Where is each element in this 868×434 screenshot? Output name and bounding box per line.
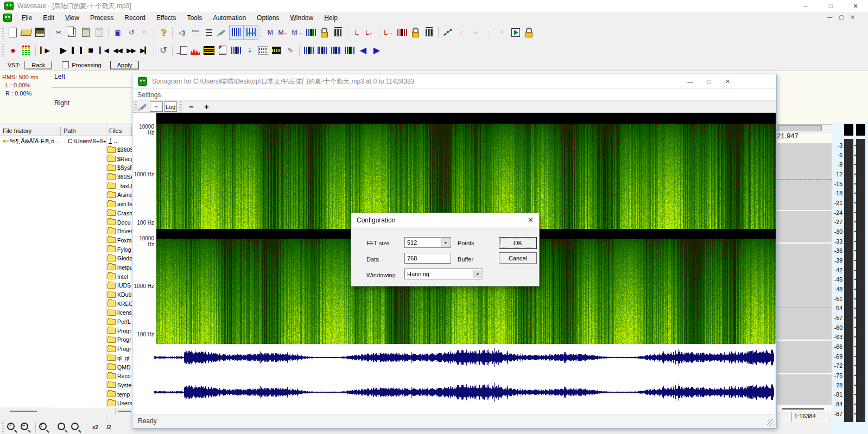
fade-in-button[interactable]: ◀ [356,43,370,57]
envelope-play-button[interactable] [509,25,522,39]
undo-button[interactable]: ↺ [124,25,138,39]
folder-item[interactable]: axnTe [106,200,132,209]
rewind-button[interactable]: ◀◀ [111,43,124,57]
cancel-button[interactable]: Cancel [499,252,537,264]
close-button[interactable]: ✕ [843,0,868,12]
envelope-lock-button[interactable] [522,25,536,39]
zoom-selection-button[interactable]: : [38,421,52,434]
open-file-button[interactable] [20,25,33,39]
menu-item[interactable]: Help [319,13,343,23]
forward-button[interactable]: ▶▶ [124,43,138,57]
vst-rack-button[interactable]: Rack [24,61,52,69]
play-from-cursor-button[interactable]: ▎▶ [38,43,52,57]
ok-button[interactable]: OK [499,237,537,249]
log-scale-button[interactable]: Log [164,101,177,112]
folder-item[interactable]: $Recy [106,154,132,163]
apply-button[interactable]: Apply [110,61,140,69]
fft-size-select[interactable]: 512 ▼ [404,237,451,248]
windowing-select[interactable]: Hanning ▼ [404,269,483,279]
up-directory-item[interactable]: ↑ .. [106,136,132,145]
resize-grip[interactable] [767,419,774,426]
folder-item[interactable]: $360S [106,145,132,155]
folder-item[interactable]: Reco [106,372,132,381]
dialog-title-bar[interactable]: Configuration [351,213,539,227]
play-button[interactable]: ▶ [56,43,70,57]
folder-item[interactable]: 360SA [106,173,132,182]
loop-point-button[interactable]: L [350,25,363,39]
sonogram-close-button[interactable]: ✕ [725,78,730,85]
menu-item[interactable]: Tools [181,13,207,23]
fade-out-button[interactable]: ▶ [370,43,383,57]
folder-item[interactable]: licens [106,308,132,317]
folder-item[interactable]: Driver [106,227,132,236]
loop-playback-button[interactable]: ↺ [156,43,170,57]
cut-button[interactable]: ✂ [52,25,65,39]
envelope-scale-button[interactable]: ↕ [481,25,495,39]
file-history-row[interactable]: ◄» ºó¶¸ÃŵÄÏÄ-Ê®¸ö... C:\Users\ß÷ß÷ [0,136,106,145]
redo-button[interactable]: ↻ [138,25,151,39]
menu-item[interactable]: Edit [37,13,60,23]
envelope-line-button[interactable]: ↠ [468,25,481,39]
loop-next-button[interactable]: L→ [382,25,395,39]
data-input[interactable]: 768 [404,253,451,264]
folder-item[interactable]: QMD [106,362,132,372]
folder-item[interactable]: Intel [106,272,132,281]
zoom-half-button[interactable]: /2 [102,421,116,434]
file-history-header[interactable]: File history [0,126,61,136]
folder-item[interactable]: Users [106,399,132,408]
midi-config-button[interactable] [188,25,202,39]
settings-menu[interactable]: Settings [137,91,161,99]
envelope-button[interactable] [441,25,454,39]
sonogram-title-bar[interactable]: Sonogram for C:\Users\喵喵\Desktop\日常文件\后陆… [132,74,776,89]
silence-selection-button[interactable] [302,43,315,57]
folder-item[interactable]: Foxma [106,236,132,245]
sonogram-wrench-button[interactable] [139,102,149,111]
goto-end-button[interactable]: ▶▎ [138,43,151,57]
zoom-out-button[interactable]: − [20,421,33,434]
save-button[interactable] [33,25,47,39]
statistics-button[interactable] [256,43,270,57]
zoom-vertical-button[interactable] [70,421,84,434]
waveform-overview-left[interactable] [154,348,774,367]
chevron-down-icon[interactable]: ▼ [473,270,482,278]
synthesis-button[interactable] [270,43,283,57]
resample-button[interactable] [229,43,243,57]
menu-item[interactable]: View [60,13,85,23]
mdi-close-button[interactable]: ✕ [851,14,855,20]
minimize-button[interactable]: – [793,0,818,12]
zoom-all-button[interactable] [56,421,70,434]
loop-wave-button[interactable] [395,25,409,39]
folder-item[interactable]: Docu [106,218,132,227]
waveform-overview-right[interactable] [154,382,774,402]
folder-item[interactable]: ql_gt [106,354,132,363]
mdi-restore-button[interactable]: ▢ [839,14,844,20]
stop-button[interactable]: ■ [84,43,97,57]
bottom-scrollbar-thumb[interactable] [782,408,824,410]
envelope-apply-button[interactable]: ✓ [454,25,468,39]
maximize-button[interactable]: □ [818,0,843,12]
folder-item[interactable]: IUDS [106,281,132,290]
marker-delete-button[interactable] [331,25,345,39]
pause-button[interactable] [70,43,84,57]
folder-item[interactable]: _taxU [106,181,132,190]
zoom-x2-button[interactable]: x2 [88,421,102,434]
volume-down-button[interactable]: ↧ [243,43,256,57]
folder-item[interactable]: $SysF [106,163,132,173]
trim-button[interactable]: ▣ [111,25,124,39]
marker-add-button[interactable]: M [263,25,277,39]
copy-button[interactable] [65,25,79,39]
paste-mix-button[interactable] [92,25,106,39]
waveform-view-button[interactable] [229,25,244,40]
goto-start-button[interactable]: ▎◀ [97,43,111,57]
folder-item[interactable]: Progr [106,344,132,354]
loop-prev-button[interactable]: L← [363,25,377,39]
file-history-scrollbar[interactable] [0,408,116,414]
remove-silence-button[interactable] [329,43,343,57]
options-list-button[interactable] [202,25,216,39]
folder-item[interactable]: Progr [106,326,132,335]
loop-lock-button[interactable] [409,25,422,39]
editor-h-scrollbar[interactable] [777,124,833,132]
folder-item[interactable]: Crash [106,209,132,218]
chevron-down-icon[interactable]: ▼ [441,238,450,247]
zoom-plus-button[interactable]: + [199,102,213,111]
